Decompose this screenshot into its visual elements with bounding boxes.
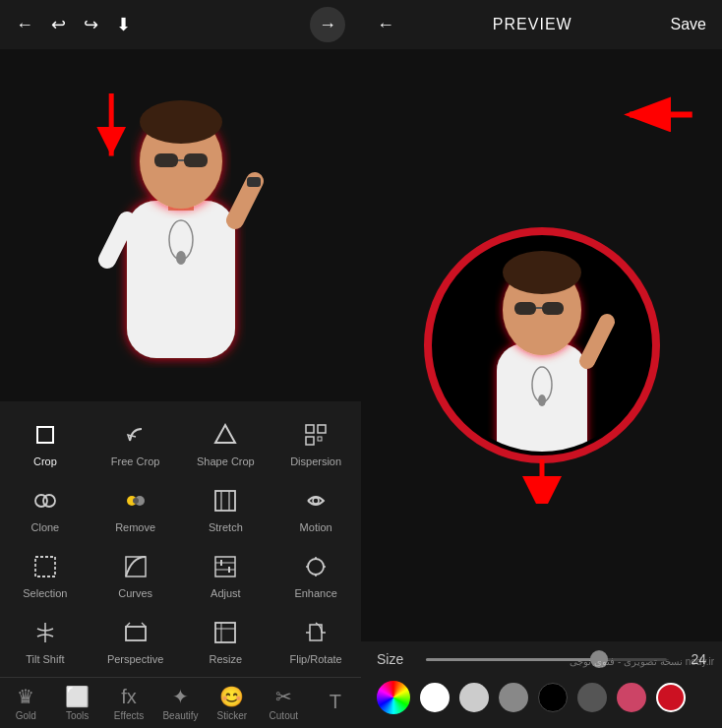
watermark: نسخه تصویری - فتوی نوجی nody.ir <box>570 655 714 669</box>
next-button[interactable]: → <box>310 7 345 42</box>
svg-point-20 <box>43 495 55 507</box>
tool-tilt-shift[interactable]: Tilt Shift <box>0 607 90 673</box>
motion-label: Motion <box>300 521 332 533</box>
perspective-icon <box>118 615 153 650</box>
free-crop-icon <box>118 417 153 453</box>
right-back-icon[interactable]: ← <box>377 15 394 35</box>
tool-flip-rotate[interactable]: Flip/Rotate <box>271 607 361 673</box>
tool-remove[interactable]: Remove <box>90 475 181 541</box>
svg-rect-3 <box>154 153 178 167</box>
stretch-icon <box>208 483 243 518</box>
tool-motion[interactable]: Motion <box>271 475 361 541</box>
circle-person-svg <box>432 235 652 455</box>
tool-crop[interactable]: Crop <box>0 409 90 475</box>
tool-curves[interactable]: Curves <box>90 541 181 607</box>
shape-crop-icon <box>208 417 243 453</box>
gold-label: Gold <box>16 710 36 721</box>
tool-stretch[interactable]: Stretch <box>181 475 271 541</box>
tool-selection[interactable]: Selection <box>0 541 90 607</box>
nav-cutout[interactable]: ✂ Cutout <box>258 678 309 728</box>
effects-label: Effects <box>114 710 144 721</box>
clone-icon <box>28 483 63 518</box>
nav-effects[interactable]: fx Effects <box>103 678 154 728</box>
tool-enhance[interactable]: Enhance <box>271 541 361 607</box>
dispersion-label: Dispersion <box>290 455 341 467</box>
tool-free-crop[interactable]: Free Crop <box>90 409 181 475</box>
svg-point-27 <box>313 498 319 504</box>
tools-label: Tools <box>66 710 89 721</box>
svg-rect-24 <box>215 491 235 511</box>
enhance-icon <box>298 549 333 584</box>
tool-adjust[interactable]: Adjust <box>181 541 271 607</box>
svg-rect-15 <box>306 425 314 433</box>
svg-rect-17 <box>306 437 314 445</box>
svg-rect-54 <box>542 302 564 315</box>
svg-rect-11 <box>247 177 261 187</box>
undo-icon[interactable]: ↩ <box>51 14 66 35</box>
shape-crop-label: Shape Crop <box>197 455 255 467</box>
sticker-icon: 😊 <box>219 685 244 708</box>
svg-rect-53 <box>514 302 536 315</box>
nav-beautify[interactable]: ✦ Beautify <box>154 678 206 728</box>
svg-marker-14 <box>215 425 235 443</box>
left-panel: ← ↩ ↪ ⬇ → <box>0 0 361 728</box>
dispersion-icon <box>298 417 333 453</box>
tools-grid: Crop Free Crop Shape Crop <box>0 409 361 673</box>
svg-rect-28 <box>35 557 55 576</box>
color-swatch-black[interactable] <box>538 683 568 712</box>
tool-shape-crop[interactable]: Shape Crop <box>181 409 271 475</box>
back-icon[interactable]: ← <box>16 15 33 35</box>
download-icon[interactable]: ⬇ <box>116 14 131 35</box>
color-swatch-pink[interactable] <box>617 683 646 712</box>
adjust-icon <box>208 549 243 584</box>
save-button[interactable]: Save <box>671 16 706 33</box>
svg-rect-16 <box>318 425 326 433</box>
svg-rect-40 <box>126 627 146 640</box>
tilt-shift-label: Tilt Shift <box>26 653 64 665</box>
svg-point-6 <box>140 100 222 144</box>
flip-rotate-label: Flip/Rotate <box>290 653 342 665</box>
color-swatch-white[interactable] <box>420 683 450 712</box>
effects-icon: fx <box>121 686 137 708</box>
redo-icon[interactable]: ↪ <box>84 14 98 35</box>
svg-rect-4 <box>184 153 208 167</box>
right-panel: ← PREVIEW Save <box>361 0 722 728</box>
resize-label: Resize <box>210 653 243 665</box>
right-image-area <box>361 49 722 641</box>
color-swatch-light-gray[interactable] <box>459 683 489 712</box>
crop-label: Crop <box>33 455 57 467</box>
adjust-label: Adjust <box>211 587 241 599</box>
tool-resize[interactable]: Resize <box>181 607 271 673</box>
preview-title: PREVIEW <box>493 16 572 33</box>
svg-rect-0 <box>127 201 235 358</box>
gold-icon: ♛ <box>17 685 34 708</box>
nav-sticker[interactable]: 😊 Sticker <box>207 678 258 728</box>
beautify-icon: ✦ <box>172 685 189 708</box>
svg-rect-18 <box>318 437 322 441</box>
color-swatch-red[interactable] <box>656 683 686 712</box>
svg-point-23 <box>133 498 139 504</box>
nav-tools[interactable]: ⬜ Tools <box>51 678 102 728</box>
svg-rect-13 <box>37 427 53 443</box>
tool-dispersion[interactable]: Dispersion <box>271 409 361 475</box>
remove-label: Remove <box>115 521 155 533</box>
nav-gold[interactable]: ♛ Gold <box>0 678 51 728</box>
svg-line-46 <box>630 84 692 147</box>
right-header: ← PREVIEW Save <box>361 0 722 49</box>
nav-more[interactable]: T <box>310 678 361 728</box>
left-header: ← ↩ ↪ ⬇ → <box>0 0 361 49</box>
color-wheel[interactable] <box>377 681 410 714</box>
tool-perspective[interactable]: Perspective <box>90 607 181 673</box>
circle-crop-preview <box>424 227 660 463</box>
tilt-shift-icon <box>28 615 63 650</box>
color-swatch-dark-gray[interactable] <box>577 683 607 712</box>
tool-clone[interactable]: Clone <box>0 475 90 541</box>
header-left-icons: ← ↩ ↪ ⬇ <box>16 14 131 35</box>
svg-point-58 <box>538 394 546 406</box>
svg-point-35 <box>308 559 324 575</box>
free-crop-label: Free Crop <box>111 455 160 467</box>
bottom-nav: ♛ Gold ⬜ Tools fx Effects ✦ Beautify 😊 S… <box>0 677 361 728</box>
clone-label: Clone <box>31 521 60 533</box>
color-swatch-gray[interactable] <box>499 683 528 712</box>
svg-point-52 <box>503 251 581 294</box>
